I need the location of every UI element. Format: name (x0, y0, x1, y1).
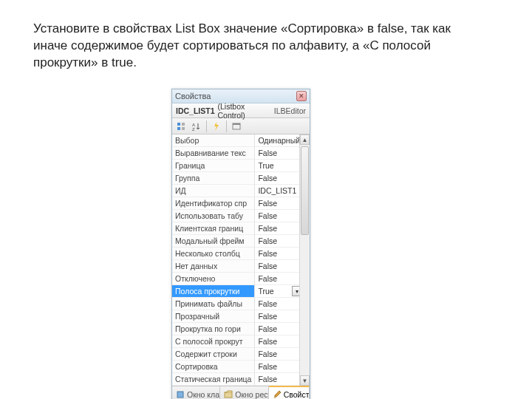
property-name: Выравнивание текс (172, 147, 255, 160)
svg-rect-9 (225, 392, 232, 398)
property-value[interactable]: False (255, 335, 303, 348)
tab-label: Окно ресу… (235, 390, 268, 399)
property-value[interactable]: False (255, 310, 303, 323)
property-name: Граница (172, 160, 255, 172)
property-name: Группа (172, 172, 255, 185)
property-value[interactable]: False (255, 260, 303, 273)
property-name: Прозрачный (172, 310, 255, 323)
property-row[interactable]: ГраницаTrue (172, 160, 303, 172)
property-row[interactable]: Принимать файлыFalse (172, 298, 303, 310)
property-row[interactable]: ВыборОдинарный (172, 134, 303, 147)
properties-panel: Свойства ✕ IDC_LIST1 (Listbox Control) I… (171, 89, 310, 399)
property-row[interactable]: Модальный фреймFalse (172, 235, 303, 248)
selector-type: (Listbox Control) (218, 102, 271, 120)
property-row[interactable]: Содержит строкиFalse (172, 348, 303, 361)
tab-properties[interactable]: Свойства (269, 386, 310, 399)
property-value[interactable]: False (255, 197, 303, 210)
property-value[interactable]: False (255, 210, 303, 222)
property-row[interactable]: Нет данныхFalse (172, 260, 303, 273)
property-row[interactable]: С полосой прокрутFalse (172, 335, 303, 348)
property-value[interactable]: False (255, 348, 303, 361)
property-value[interactable]: False (255, 323, 303, 335)
categorized-icon[interactable] (174, 120, 188, 133)
property-row[interactable]: Идентификатор спрFalse (172, 197, 303, 210)
property-name: Идентификатор спр (172, 197, 255, 210)
toolbar: AZ (172, 118, 310, 134)
svg-rect-1 (177, 127, 180, 130)
svg-rect-3 (182, 127, 185, 130)
property-name: Нет данных (172, 260, 255, 273)
tab-class-view[interactable]: Окно клас… (172, 386, 220, 399)
property-name: Полоса прокрутки (172, 285, 255, 298)
selector-class: ILBEditor (274, 106, 306, 115)
property-value[interactable]: False (255, 147, 303, 160)
property-value[interactable]: False (255, 248, 303, 260)
property-value[interactable]: IDC_LIST1 (255, 185, 303, 197)
property-value[interactable]: False (255, 273, 303, 285)
property-name: Модальный фрейм (172, 235, 255, 248)
property-name: ИД (172, 185, 255, 197)
svg-rect-0 (177, 123, 180, 126)
property-name: Статическая граница (172, 373, 255, 386)
scroll-down-icon[interactable]: ▼ (300, 375, 310, 386)
property-name: С полосой прокрут (172, 335, 255, 348)
property-row[interactable]: Статическая границаFalse (172, 373, 303, 386)
property-value[interactable]: True (255, 160, 303, 172)
property-row[interactable]: Прокрутка по гориFalse (172, 323, 303, 335)
svg-rect-2 (182, 123, 185, 126)
svg-text:Z: Z (192, 127, 195, 131)
properties-icon (273, 390, 282, 399)
property-row[interactable]: Несколько столбцFalse (172, 248, 303, 260)
vertical-scrollbar[interactable]: ▲ ▼ (299, 134, 310, 386)
property-row[interactable]: СортировкаFalse (172, 361, 303, 373)
property-row[interactable]: ИДIDC_LIST1 (172, 185, 303, 197)
property-name: Содержит строки (172, 348, 255, 361)
svg-rect-7 (233, 123, 240, 125)
property-value[interactable]: False (255, 373, 303, 386)
property-value[interactable]: False (255, 298, 303, 310)
instruction-text: Установите в свойствах List Box значение… (33, 21, 462, 72)
property-row[interactable]: Клиентская границFalse (172, 222, 303, 235)
property-name: Принимать файлы (172, 298, 255, 310)
property-pages-icon[interactable] (230, 120, 243, 133)
tab-label: Окно клас… (187, 390, 220, 399)
property-row[interactable]: ПрозрачныйFalse (172, 310, 303, 323)
object-selector[interactable]: IDC_LIST1 (Listbox Control) ILBEditor (172, 103, 310, 118)
property-name: Несколько столбц (172, 248, 255, 260)
class-view-icon (176, 390, 185, 399)
toolbar-separator (226, 120, 227, 132)
property-value[interactable]: False (255, 222, 303, 235)
property-row[interactable]: ГруппаFalse (172, 172, 303, 185)
property-row[interactable]: Полоса прокруткиTrue▾ (172, 285, 303, 298)
property-value[interactable]: False (255, 361, 303, 373)
property-name: Выбор (172, 134, 255, 147)
events-icon[interactable] (210, 120, 223, 133)
tab-resource-view[interactable]: Окно ресу… (220, 386, 268, 399)
resource-view-icon (224, 390, 233, 399)
property-name: Сортировка (172, 361, 255, 373)
svg-rect-8 (177, 392, 183, 398)
scroll-thumb[interactable] (301, 146, 309, 235)
property-row[interactable]: ОтключеноFalse (172, 273, 303, 285)
alphabetical-icon[interactable]: AZ (190, 120, 203, 133)
bottom-tabs: Окно клас… Окно ресу… Свойства (172, 386, 310, 399)
toolbar-separator (206, 120, 207, 132)
close-icon[interactable]: ✕ (296, 91, 307, 101)
property-name: Использовать табу (172, 210, 255, 222)
scroll-up-icon[interactable]: ▲ (300, 134, 310, 145)
property-value[interactable]: False (255, 235, 303, 248)
property-name: Отключено (172, 273, 255, 285)
property-value[interactable]: True▾ (255, 285, 303, 298)
property-grid: ВыборОдинарныйВыравнивание тексFalseГран… (172, 134, 310, 386)
property-value[interactable]: Одинарный (255, 134, 303, 147)
titlebar-title: Свойства (175, 92, 296, 100)
property-name: Клиентская границ (172, 222, 255, 235)
property-row[interactable]: Выравнивание тексFalse (172, 147, 303, 160)
selector-name: IDC_LIST1 (176, 106, 215, 115)
tab-label: Свойства (284, 390, 310, 399)
property-value[interactable]: False (255, 172, 303, 185)
property-row[interactable]: Использовать табуFalse (172, 210, 303, 222)
property-name: Прокрутка по гори (172, 323, 255, 335)
